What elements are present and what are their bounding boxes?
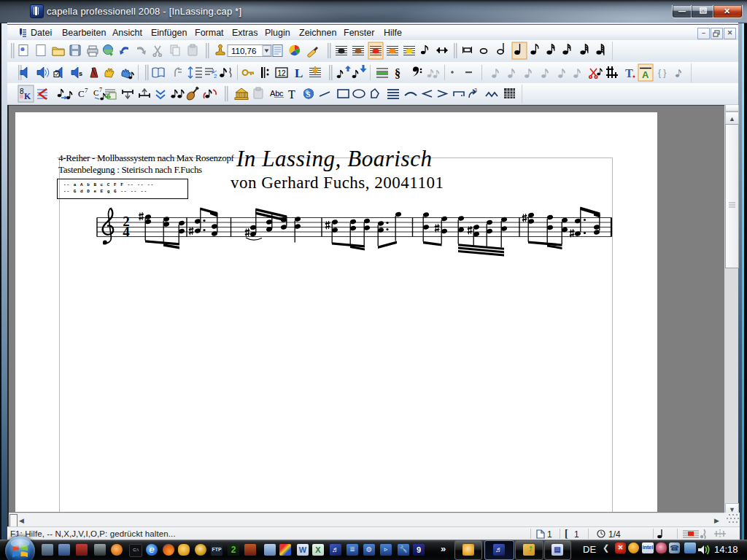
svg-text:7: 7	[99, 87, 102, 93]
svg-text:4: 4	[123, 224, 130, 239]
svg-text:L: L	[295, 66, 303, 80]
svg-text:A: A	[642, 69, 649, 80]
svg-text:12: 12	[278, 69, 287, 77]
svg-text:K: K	[24, 91, 31, 101]
svg-text:T: T	[625, 67, 633, 79]
svg-text:S: S	[306, 90, 311, 98]
svg-text:7: 7	[85, 87, 88, 94]
svg-text:c: c	[279, 89, 284, 98]
svg-text:C: C	[93, 88, 98, 97]
svg-text:3: 3	[474, 88, 477, 93]
svg-text:C: C	[78, 88, 85, 99]
svg-text:{ }: { }	[658, 68, 666, 78]
svg-text:2: 2	[214, 73, 217, 79]
svg-text:§: §	[395, 67, 400, 79]
svg-text:s: s	[79, 70, 82, 77]
svg-text:T: T	[288, 88, 295, 101]
svg-text:Ab: Ab	[270, 89, 279, 98]
svg-text:110,76: 110,76	[231, 47, 256, 55]
